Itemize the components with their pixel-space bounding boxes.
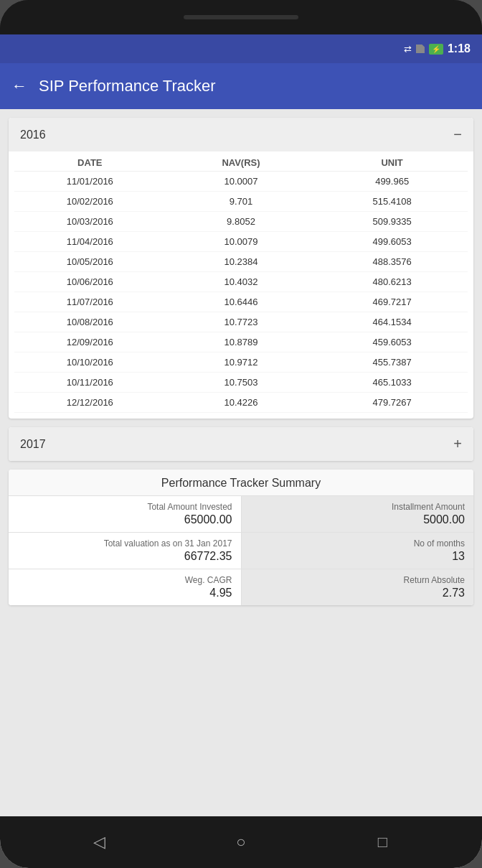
table-cell: 459.6053 xyxy=(316,337,468,347)
phone-top-bar xyxy=(0,0,482,34)
table-row: 10/06/201610.4032480.6213 xyxy=(14,272,468,292)
col-date-header: DATE xyxy=(14,157,166,168)
table-cell: 10.0079 xyxy=(166,236,317,247)
table-cell: 10.2384 xyxy=(166,256,317,267)
table-cell: 10/08/2016 xyxy=(14,317,166,327)
app-header: ← SIP Performance Tracker xyxy=(0,63,482,109)
table-cell: 11/04/2016 xyxy=(14,236,166,247)
summary-row: Weg. CAGR 4.95 Return Absolute 2.73 xyxy=(9,569,473,605)
content-area: 2016 − DATE NAV(Rs) UNIT 11/01/201610.00… xyxy=(0,109,482,816)
table-cell: 10.8789 xyxy=(166,337,317,347)
table-2016-header-row: DATE NAV(Rs) UNIT xyxy=(14,151,468,172)
table-cell: 10/03/2016 xyxy=(14,216,166,227)
table-cell: 509.9335 xyxy=(316,216,468,227)
table-cell: 10.7723 xyxy=(166,317,317,327)
table-cell: 515.4108 xyxy=(316,196,468,207)
table-2016-container: DATE NAV(Rs) UNIT 11/01/201610.0007499.9… xyxy=(9,151,473,419)
summary-label: No of months xyxy=(250,538,466,549)
table-cell: 499.965 xyxy=(316,176,468,187)
summary-value: 66772.35 xyxy=(17,550,232,563)
table-cell: 480.6213 xyxy=(316,276,468,287)
wifi-icon: ⇄ xyxy=(404,44,412,55)
table-row: 11/04/201610.0079499.6053 xyxy=(14,232,468,252)
table-cell: 10/11/2016 xyxy=(14,377,166,388)
battery-icon: ⚡ xyxy=(429,44,443,55)
table-cell: 455.7387 xyxy=(316,357,468,368)
summary-value: 13 xyxy=(250,550,466,563)
year-2016-header[interactable]: 2016 − xyxy=(9,118,473,151)
collapse-2016-icon[interactable]: − xyxy=(453,126,462,143)
summary-rows: Total Amount Invested 65000.00 Installme… xyxy=(9,495,473,605)
phone-frame: ⇄ ⚡ 1:18 ← SIP Performance Tracker 2016 … xyxy=(0,0,482,868)
table-row: 10/05/201610.2384488.3576 xyxy=(14,252,468,272)
summary-label: Return Absolute xyxy=(250,575,466,585)
table-cell: 11/01/2016 xyxy=(14,176,166,187)
year-2017-header[interactable]: 2017 + xyxy=(9,427,473,461)
table-row: 10/02/20169.701515.4108 xyxy=(14,192,468,212)
summary-label: Total valuation as on 31 Jan 2017 xyxy=(17,538,232,549)
status-icons: ⇄ ⚡ 1:18 xyxy=(404,42,471,55)
summary-value: 4.95 xyxy=(17,587,232,599)
table-cell: 10.6446 xyxy=(166,297,317,307)
table-cell: 9.701 xyxy=(166,196,317,207)
app-title: SIP Performance Tracker xyxy=(39,77,216,95)
summary-label: Weg. CAGR xyxy=(17,575,232,585)
table-cell: 10/05/2016 xyxy=(14,256,166,267)
summary-cell-right: Installment Amount 5000.00 xyxy=(242,496,474,532)
table-row: 11/01/201610.0007499.965 xyxy=(14,172,468,192)
table-row: 10/10/201610.9712455.7387 xyxy=(14,353,468,373)
summary-cell-right: No of months 13 xyxy=(242,533,474,569)
table-row: 10/08/201610.7723464.1534 xyxy=(14,312,468,332)
status-time: 1:18 xyxy=(448,42,471,55)
status-bar: ⇄ ⚡ 1:18 xyxy=(0,34,482,63)
table-cell: 12/12/2016 xyxy=(14,397,166,408)
summary-value: 65000.00 xyxy=(17,513,232,526)
expand-2017-icon[interactable]: + xyxy=(453,436,462,452)
table-cell: 10/06/2016 xyxy=(14,276,166,287)
table-2016-rows: 11/01/201610.0007499.96510/02/20169.7015… xyxy=(14,172,468,413)
summary-cell-left: Total Amount Invested 65000.00 xyxy=(9,496,242,532)
bottom-nav: ◁ ○ □ xyxy=(0,816,482,868)
table-cell: 10.4032 xyxy=(166,276,317,287)
summary-cell-left: Weg. CAGR 4.95 xyxy=(9,569,242,605)
summary-row: Total valuation as on 31 Jan 2017 66772.… xyxy=(9,532,473,569)
back-button[interactable]: ← xyxy=(11,77,27,95)
table-cell: 464.1534 xyxy=(316,317,468,327)
col-nav-header: NAV(Rs) xyxy=(166,157,317,168)
summary-label: Total Amount Invested xyxy=(17,502,232,512)
phone-screen: ⇄ ⚡ 1:18 ← SIP Performance Tracker 2016 … xyxy=(0,34,482,868)
summary-title: Performance Tracker Summary xyxy=(9,470,473,495)
table-row: 12/09/201610.8789459.6053 xyxy=(14,332,468,353)
table-cell: 10/10/2016 xyxy=(14,357,166,368)
table-cell: 465.1033 xyxy=(316,377,468,388)
sim-off-icon xyxy=(416,45,425,53)
table-cell: 469.7217 xyxy=(316,297,468,307)
summary-cell-right: Return Absolute 2.73 xyxy=(242,569,474,605)
table-cell: 11/07/2016 xyxy=(14,297,166,307)
nav-back-button[interactable]: ◁ xyxy=(85,828,114,857)
table-cell: 10.9712 xyxy=(166,357,317,368)
summary-value: 5000.00 xyxy=(250,513,466,526)
table-row: 10/03/20169.8052509.9335 xyxy=(14,212,468,232)
table-cell: 479.7267 xyxy=(316,397,468,408)
col-unit-header: UNIT xyxy=(316,157,468,168)
nav-recent-button[interactable]: □ xyxy=(368,828,397,857)
table-cell: 10.7503 xyxy=(166,377,317,388)
year-2016-label: 2016 xyxy=(20,129,46,141)
table-cell: 10/02/2016 xyxy=(14,196,166,207)
year-2017-card: 2017 + xyxy=(9,427,473,461)
table-cell: 9.8052 xyxy=(166,216,317,227)
summary-row: Total Amount Invested 65000.00 Installme… xyxy=(9,495,473,532)
summary-cell-left: Total valuation as on 31 Jan 2017 66772.… xyxy=(9,533,242,569)
table-cell: 10.0007 xyxy=(166,176,317,187)
table-row: 12/12/201610.4226479.7267 xyxy=(14,393,468,413)
table-row: 11/07/201610.6446469.7217 xyxy=(14,292,468,312)
nav-home-button[interactable]: ○ xyxy=(227,828,255,857)
table-row: 10/11/201610.7503465.1033 xyxy=(14,373,468,393)
year-2017-label: 2017 xyxy=(20,438,46,451)
summary-value: 2.73 xyxy=(250,587,466,599)
summary-label: Installment Amount xyxy=(250,502,466,512)
summary-card: Performance Tracker Summary Total Amount… xyxy=(9,470,473,605)
table-cell: 488.3576 xyxy=(316,256,468,267)
table-cell: 10.4226 xyxy=(166,397,317,408)
